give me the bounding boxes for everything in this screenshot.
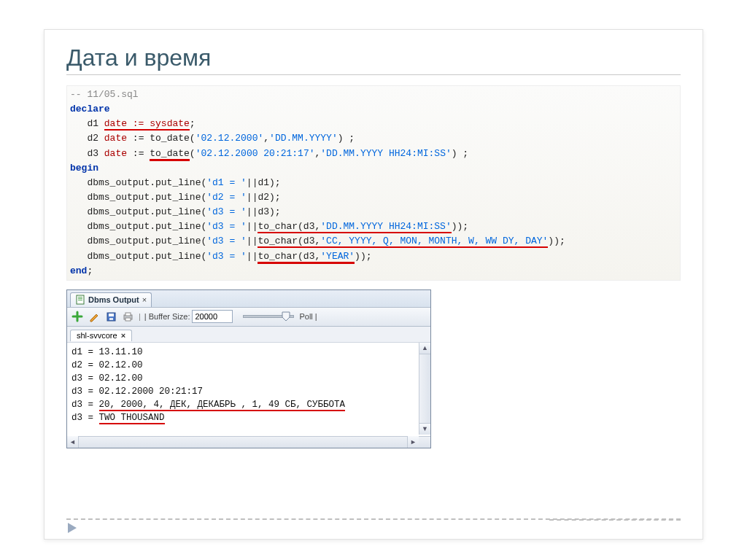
keyword-begin: begin: [70, 163, 98, 174]
line2-call: dbms_output.put_line(: [87, 192, 206, 203]
svg-rect-2: [78, 298, 82, 299]
d2-type: date: [104, 133, 127, 144]
line6-concat: ||: [247, 251, 258, 262]
line2-str: 'd2 = ': [206, 192, 247, 203]
line5-fmt: 'CC, YYYY, Q, MON, MONTH, W, WW DY, DAY': [320, 236, 548, 248]
d2-str2: 'DD.MM.YYYY': [269, 133, 338, 144]
connection-tab-row: shl-svvcore ×: [67, 327, 430, 343]
output-area: d1 = 13.11.10 d2 = 02.12.00 d3 = 02.12.0…: [67, 343, 430, 448]
d1-tail: ;: [190, 118, 196, 129]
line4-concat: ||: [247, 221, 258, 232]
close-icon[interactable]: ×: [142, 295, 147, 304]
keyword-declare: declare: [70, 104, 110, 114]
d3-type: date: [104, 148, 127, 159]
end-tail: ;: [87, 265, 93, 276]
svg-rect-9: [125, 318, 131, 321]
next-slide-button[interactable]: [68, 523, 77, 533]
output-line-1: d1 = 13.11.10: [71, 347, 143, 357]
d2-comma: ,: [263, 133, 269, 144]
line5-str: 'd3 = ': [206, 236, 247, 246]
slider-thumb-icon[interactable]: [282, 311, 290, 322]
panel-toolbar: | | Buffer Size: Poll |: [67, 308, 430, 327]
line4-tail: ));: [452, 221, 468, 232]
dbms-output-panel: Dbms Output × | | Buffer Size:: [66, 289, 431, 448]
code-comment: -- 11/05.sql: [70, 89, 139, 100]
d3-str1: '02.12.2000 20:21:17': [196, 148, 315, 159]
buffer-size-label: | Buffer Size:: [144, 312, 190, 321]
line4-fmt: 'DD.MM.YYYY HH24:MI:SS': [320, 221, 451, 233]
d2-tail: ) ;: [338, 133, 355, 144]
line1-call: dbms_output.put_line(: [87, 177, 206, 188]
d2-str1: '02.12.2000': [196, 133, 264, 144]
svg-rect-6: [109, 318, 113, 320]
svg-rect-5: [109, 314, 114, 316]
toolbar-separator: |: [139, 312, 141, 321]
panel-tab-row: Dbms Output ×: [67, 290, 430, 308]
line4-str: 'd3 = ': [206, 221, 247, 232]
line5-call: dbms_output.put_line(: [87, 236, 206, 246]
document-icon: [75, 295, 85, 305]
sql-code-block: -- 11/05.sql declare d1 date := sysdate;…: [66, 85, 681, 281]
output-text: d1 = 13.11.10 d2 = 02.12.00 d3 = 02.12.0…: [67, 343, 430, 435]
scroll-down-icon[interactable]: ▼: [419, 423, 430, 435]
var-d1: d1: [87, 118, 104, 129]
svg-rect-3: [78, 300, 82, 300]
d2-expr: := to_date(: [127, 133, 196, 144]
d3-assign: :=: [127, 148, 150, 159]
print-button[interactable]: [120, 309, 135, 324]
connection-tab-label: shl-svvcore: [77, 331, 117, 340]
line6-str: 'd3 = ': [206, 251, 247, 262]
var-d2: d2: [87, 133, 104, 144]
close-connection-icon[interactable]: ×: [121, 331, 125, 340]
svg-rect-8: [125, 313, 131, 316]
poll-slider[interactable]: [243, 315, 294, 318]
line3-tail: ||d3);: [247, 206, 281, 217]
output-line-5a: d3 =: [71, 400, 99, 410]
output-line-6b: TWO THOUSAND: [99, 413, 165, 424]
horizontal-scrollbar[interactable]: ◄ ►: [67, 436, 430, 448]
panel-tab-label: Dbms Output: [88, 295, 139, 304]
keyword-end: end: [70, 265, 87, 276]
add-button[interactable]: [70, 309, 85, 324]
output-line-6a: d3 =: [71, 413, 99, 423]
panel-tab-dbms-output[interactable]: Dbms Output ×: [70, 292, 152, 307]
poll-label: Poll |: [299, 312, 317, 321]
line1-tail: ||d1);: [247, 177, 281, 188]
line5-tochar: to_char(d3,: [258, 236, 320, 248]
title-divider: [66, 74, 681, 75]
vertical-scrollbar[interactable]: ▲ ▼: [419, 343, 430, 435]
line5-tail: ));: [548, 236, 565, 246]
line6-fmt: 'YEAR': [320, 251, 355, 264]
d1-type-expr: date := sysdate: [104, 118, 190, 131]
line6-tail: ));: [355, 251, 371, 262]
d3-todate: to_date: [150, 148, 190, 161]
line6-call: dbms_output.put_line(: [87, 251, 206, 262]
d3-str2: 'DD.MM.YYYY HH24:MI:SS': [320, 148, 451, 159]
output-line-2: d2 = 02.12.00: [71, 360, 143, 370]
edit-button[interactable]: [87, 309, 101, 324]
var-d3: d3: [87, 148, 104, 159]
line4-call: dbms_output.put_line(: [87, 221, 206, 232]
line2-tail: ||d2);: [247, 192, 281, 203]
page-title: Дата и время: [66, 44, 681, 71]
output-line-3: d3 = 02.12.00: [71, 373, 143, 384]
scroll-left-icon[interactable]: ◄: [67, 436, 79, 448]
slide-frame: Дата и время -- 11/05.sql declare d1 dat…: [44, 29, 703, 540]
footer-divider: [66, 518, 681, 520]
line3-str: 'd3 = ': [206, 206, 247, 217]
d3-tail: ) ;: [452, 148, 468, 159]
output-line-4: d3 = 02.12.2000 20:21:17: [71, 386, 203, 397]
svg-rect-1: [78, 297, 82, 298]
output-line-5b: 20, 2000, 4, ДЕК, ДЕКАБРЬ , 1, 49 СБ, СУ…: [99, 400, 346, 411]
line5-concat: ||: [247, 236, 258, 246]
buffer-size-input[interactable]: [192, 310, 233, 323]
save-button[interactable]: [104, 309, 118, 324]
line3-call: dbms_output.put_line(: [87, 206, 206, 217]
line6-tochar: to_char(d3,: [258, 251, 320, 264]
scroll-right-icon[interactable]: ►: [407, 436, 419, 448]
d3-open: (: [190, 148, 196, 159]
line1-str: 'd1 = ': [206, 177, 247, 188]
connection-tab[interactable]: shl-svvcore ×: [70, 330, 132, 341]
line4-tochar: to_char(d3,: [258, 221, 320, 233]
scroll-up-icon[interactable]: ▲: [419, 343, 430, 354]
